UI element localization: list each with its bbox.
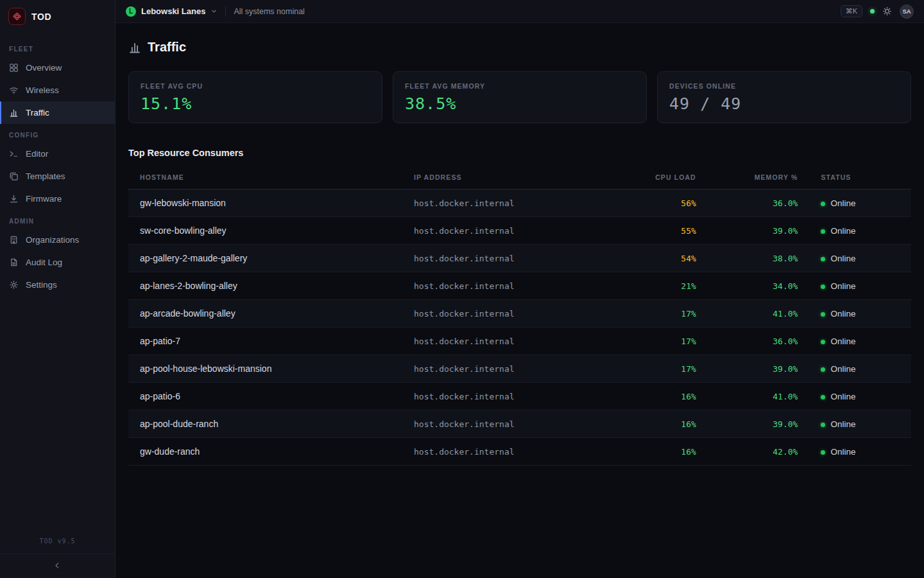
memory-cell: 42.0% — [708, 438, 810, 466]
online-status-dot — [821, 423, 825, 427]
memory-cell: 36.0% — [708, 328, 810, 355]
cpu-cell: 16% — [629, 383, 708, 410]
app-name: TOD — [31, 12, 51, 22]
theme-toggle-button[interactable] — [882, 6, 892, 16]
user-avatar[interactable]: SA — [900, 4, 914, 19]
sidebar-item-overview[interactable]: Overview — [0, 57, 115, 79]
hostname-cell: ap-lanes-2-bowling-alley — [128, 272, 402, 300]
status-cell: Online — [809, 300, 911, 328]
stat-label: FLEET AVG MEMORY — [405, 82, 635, 90]
sidebar-item-label: Wireless — [26, 85, 59, 95]
grid-icon — [9, 63, 19, 73]
sidebar-item-audit-log[interactable]: Audit Log — [0, 251, 115, 274]
sidebar-item-label: Traffic — [26, 108, 49, 118]
hostname-cell: ap-pool-house-lebowski-mansion — [128, 355, 402, 383]
status-cell: Online — [809, 383, 911, 410]
gear-icon — [9, 280, 19, 290]
sidebar-item-templates[interactable]: Templates — [0, 165, 115, 188]
ip-cell: host.docker.internal — [402, 217, 629, 245]
org-name: Lebowski Lanes — [141, 6, 205, 16]
online-status-dot — [821, 229, 825, 234]
cpu-cell: 54% — [629, 245, 708, 272]
sidebar-item-label: Audit Log — [26, 258, 62, 267]
table-header-row: HOSTNAME IP ADDRESS CPU LOAD MEMORY % ST… — [128, 166, 911, 189]
cpu-cell: 16% — [629, 410, 708, 438]
top-bar: L Lebowski Lanes All systems nominal ⌘K … — [116, 0, 924, 23]
chevron-down-icon — [210, 8, 218, 15]
table-row[interactable]: ap-patio-6host.docker.internal16%41.0%On… — [128, 383, 911, 410]
sidebar-item-label: Overview — [26, 63, 62, 73]
sidebar-item-firmware[interactable]: Firmware — [0, 188, 115, 210]
column-header-ip: IP ADDRESS — [402, 166, 629, 189]
table-row[interactable]: ap-pool-house-lebowski-mansionhost.docke… — [128, 355, 911, 383]
stat-value: 49 / 49 — [669, 94, 899, 113]
memory-cell: 38.0% — [708, 245, 810, 272]
table-row[interactable]: ap-gallery-2-maude-galleryhost.docker.in… — [128, 245, 911, 272]
online-status-dot — [821, 202, 825, 206]
page-content: Traffic FLEET AVG CPU15.1%FLEET AVG MEMO… — [116, 23, 924, 578]
status-cell: Online — [809, 410, 911, 438]
table-row[interactable]: ap-arcade-bowling-alleyhost.docker.inter… — [128, 300, 911, 328]
stat-cards: FLEET AVG CPU15.1%FLEET AVG MEMORY38.5%D… — [128, 71, 911, 123]
table-row[interactable]: sw-core-bowling-alleyhost.docker.interna… — [128, 217, 911, 245]
memory-cell: 41.0% — [708, 300, 810, 328]
online-status-dot — [821, 395, 825, 399]
cpu-cell: 16% — [629, 438, 708, 466]
org-avatar: L — [126, 6, 136, 17]
cpu-cell: 55% — [629, 217, 708, 245]
online-status-dot — [821, 312, 825, 317]
online-status-dot — [821, 340, 825, 344]
stat-value: 15.1% — [141, 94, 370, 113]
app-version: TOD v9.5 — [0, 532, 115, 554]
org-selector[interactable]: L Lebowski Lanes — [126, 6, 218, 17]
download-icon — [9, 194, 19, 204]
sidebar-item-label: Templates — [26, 171, 65, 181]
terminal-icon — [9, 149, 19, 159]
chevron-left-icon — [53, 561, 62, 572]
online-status-dot — [821, 450, 825, 455]
table-row[interactable]: gw-dude-ranchhost.docker.internal16%42.0… — [128, 438, 911, 466]
cpu-cell: 17% — [629, 355, 708, 383]
sidebar-item-label: Organizations — [26, 235, 79, 245]
app-logo-icon — [8, 8, 26, 25]
ip-cell: host.docker.internal — [402, 328, 629, 355]
page-title-text: Traffic — [148, 40, 186, 55]
online-status-dot — [821, 257, 825, 261]
sidebar-item-traffic[interactable]: Traffic — [0, 101, 115, 124]
memory-cell: 36.0% — [708, 189, 810, 217]
health-status-dot — [870, 9, 875, 13]
ip-cell: host.docker.internal — [402, 189, 629, 217]
sidebar: TOD FLEETOverviewWirelessTrafficCONFIGEd… — [0, 0, 116, 578]
hostname-cell: ap-patio-6 — [128, 383, 402, 410]
stat-card: FLEET AVG MEMORY38.5% — [393, 71, 647, 123]
sidebar-collapse-button[interactable] — [0, 554, 115, 578]
sidebar-item-label: Settings — [26, 280, 57, 290]
sidebar-item-editor[interactable]: Editor — [0, 143, 115, 165]
copy-icon — [9, 171, 19, 181]
system-status-text: All systems nominal — [234, 7, 304, 16]
hostname-cell: ap-gallery-2-maude-gallery — [128, 245, 402, 272]
ip-cell: host.docker.internal — [402, 245, 629, 272]
table-row[interactable]: ap-patio-7host.docker.internal17%36.0%On… — [128, 328, 911, 355]
status-cell: Online — [809, 245, 911, 272]
table-section-title: Top Resource Consumers — [128, 148, 911, 158]
app-root: TOD FLEETOverviewWirelessTrafficCONFIGEd… — [0, 0, 924, 578]
status-cell: Online — [809, 355, 911, 383]
command-palette-shortcut[interactable]: ⌘K — [841, 5, 862, 17]
hostname-cell: gw-dude-ranch — [128, 438, 402, 466]
resource-table: HOSTNAME IP ADDRESS CPU LOAD MEMORY % ST… — [128, 166, 911, 466]
memory-cell: 41.0% — [708, 383, 810, 410]
hostname-cell: ap-pool-dude-ranch — [128, 410, 402, 438]
table-row[interactable]: gw-lebowski-mansionhost.docker.internal5… — [128, 189, 911, 217]
column-header-status: STATUS — [809, 166, 911, 189]
table-row[interactable]: ap-lanes-2-bowling-alleyhost.docker.inte… — [128, 272, 911, 300]
stat-card: DEVICES ONLINE49 / 49 — [657, 71, 911, 123]
online-status-dot — [821, 285, 825, 289]
sidebar-item-wireless[interactable]: Wireless — [0, 79, 115, 101]
wifi-icon — [9, 85, 19, 95]
page-title: Traffic — [128, 40, 911, 55]
sidebar-item-organizations[interactable]: Organizations — [0, 229, 115, 251]
sidebar-item-settings[interactable]: Settings — [0, 274, 115, 296]
table-row[interactable]: ap-pool-dude-ranchhost.docker.internal16… — [128, 410, 911, 438]
memory-cell: 39.0% — [708, 217, 810, 245]
